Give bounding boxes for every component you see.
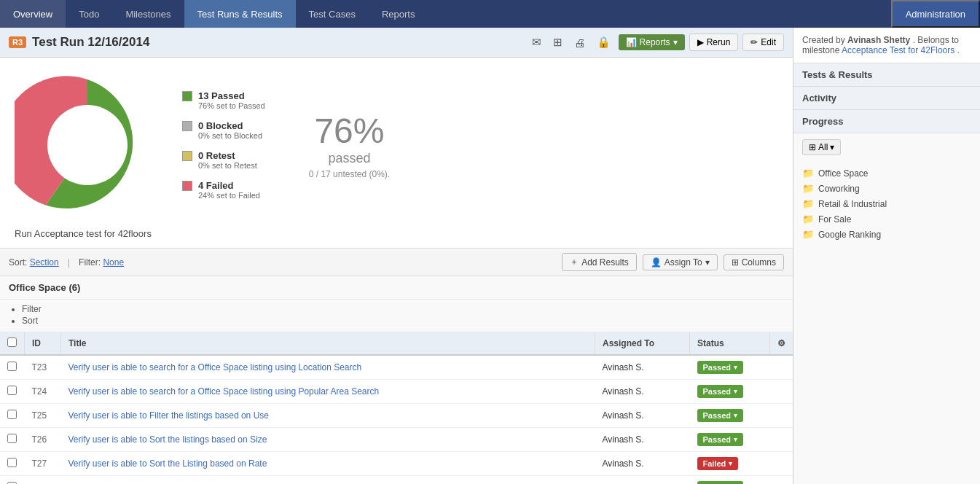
settings-header[interactable]: ⚙ [770, 332, 793, 355]
row-assigned: Avinash S. [595, 428, 690, 452]
row-id: T28 [25, 476, 61, 485]
row-checkbox[interactable] [7, 410, 17, 419]
main-layout: R3 Test Run 12/16/2014 ✉ ⊞ 🖨 🔒 📊 Reports… [0, 28, 980, 484]
filter-option[interactable]: Filter [22, 304, 784, 314]
status-button-failed[interactable]: Failed ▾ [697, 457, 739, 470]
status-button-passed[interactable]: Passed ▾ [697, 481, 744, 484]
status-button-passed[interactable]: Passed ▾ [697, 409, 744, 422]
row-actions [770, 355, 793, 380]
row-status: Passed ▾ [690, 476, 770, 485]
test-title-link[interactable]: Verify user is able to Sort the Listing … [68, 458, 267, 469]
row-checkbox[interactable] [7, 362, 17, 371]
row-checkbox[interactable] [7, 386, 17, 395]
status-button-passed[interactable]: Passed ▾ [697, 361, 744, 374]
passed-legend-text: 13 Passed 76% set to Passed [198, 90, 265, 110]
tab-overview[interactable]: Overview [0, 0, 66, 28]
share-icon-button[interactable]: ⊞ [549, 34, 566, 51]
sidebar-filter-bar: ⊞ All ▾ [793, 133, 980, 161]
row-status: Passed ▾ [690, 404, 770, 428]
tree-item-label: Coworking [818, 184, 860, 194]
sort-value-link[interactable]: Section [30, 257, 59, 268]
row-checkbox-cell[interactable] [0, 452, 25, 476]
folder-icon: 📁 [802, 198, 814, 209]
assign-dropdown-arrow: ▾ [705, 257, 710, 268]
row-status: Passed ▾ [690, 428, 770, 452]
print-icon-button[interactable]: 🖨 [571, 34, 589, 51]
tab-reports[interactable]: Reports [369, 0, 428, 28]
tab-test-cases[interactable]: Test Cases [296, 0, 369, 28]
test-title-link[interactable]: Verify user is able to search for a Offi… [68, 362, 362, 372]
reports-button[interactable]: 📊 Reports ▾ [619, 34, 685, 50]
tab-test-runs[interactable]: Test Runs & Results [184, 0, 296, 28]
sidebar-activity[interactable]: Activity [793, 87, 980, 110]
row-checkbox-cell[interactable] [0, 380, 25, 404]
section-header: Office Space (6) [0, 276, 793, 300]
sidebar-tree-item[interactable]: 📁Office Space [802, 165, 971, 181]
row-status: Failed ▾ [690, 452, 770, 476]
blocked-legend-text: 0 Blocked 0% set to Blocked [198, 120, 262, 140]
sidebar-tree-item[interactable]: 📁Coworking [802, 181, 971, 196]
select-all-header[interactable] [0, 332, 25, 355]
all-filter-arrow: ▾ [830, 142, 834, 152]
bar-chart-icon: 📊 [626, 37, 637, 47]
lock-icon-button[interactable]: 🔒 [593, 34, 614, 51]
percentage-display: 76% passed 0 / 17 untested (0%). [309, 111, 390, 179]
filter-icon: ⊞ [809, 142, 816, 152]
filter-label: Filter: None [79, 257, 124, 268]
row-actions [770, 452, 793, 476]
row-title: Verify user is able to search for a Offi… [61, 355, 595, 380]
assign-to-button[interactable]: 👤 Assign To ▾ [643, 254, 718, 270]
play-icon: ▶ [697, 37, 704, 47]
all-filter-button[interactable]: ⊞ All ▾ [802, 139, 841, 155]
row-actions [770, 404, 793, 428]
milestone-link[interactable]: Acceptance Test for 42Floors [842, 45, 954, 55]
person-icon: 👤 [651, 257, 662, 268]
test-title-link[interactable]: Verify user is able to Filter the listin… [68, 410, 269, 421]
id-header: ID [25, 332, 61, 355]
test-title-link[interactable]: Verify user is able to search for a Offi… [68, 386, 380, 397]
add-results-label: Add Results [581, 257, 629, 268]
row-checkbox[interactable] [7, 458, 17, 467]
administration-button[interactable]: Administration [891, 0, 980, 28]
legend-failed: 4 Failed 24% set to Failed [182, 180, 265, 200]
test-title-link[interactable]: Verify user is able to Sort the listings… [68, 434, 267, 445]
pipe-separator: | [68, 257, 70, 268]
sidebar-tests-results[interactable]: Tests & Results [793, 63, 980, 87]
edit-button[interactable]: ✏ Edit [742, 34, 784, 51]
sidebar-progress[interactable]: Progress [793, 110, 980, 133]
email-icon-button[interactable]: ✉ [528, 34, 545, 51]
row-checkbox-cell[interactable] [0, 428, 25, 452]
filter-value-link[interactable]: None [103, 257, 124, 268]
row-id: T25 [25, 404, 61, 428]
tab-milestones[interactable]: Milestones [112, 0, 184, 28]
sidebar-tree-item[interactable]: 📁Google Ranking [802, 227, 971, 242]
row-checkbox-cell[interactable] [0, 355, 25, 380]
add-results-button[interactable]: ＋ Add Results [562, 253, 637, 271]
tab-todo[interactable]: Todo [66, 0, 112, 28]
header-left: R3 Test Run 12/16/2014 [9, 35, 149, 50]
row-checkbox-cell[interactable] [0, 476, 25, 485]
row-id: T27 [25, 452, 61, 476]
columns-button[interactable]: ⊞ Columns [724, 254, 784, 270]
sidebar-tree-item[interactable]: 📁Retail & Industrial [802, 196, 971, 211]
table-row: T25 Verify user is able to Filter the li… [0, 404, 793, 428]
status-button-passed[interactable]: Passed ▾ [697, 385, 744, 398]
rerun-button[interactable]: ▶ Rerun [689, 34, 739, 51]
sidebar-tree-item[interactable]: 📁For Sale [802, 211, 971, 227]
row-checkbox-cell[interactable] [0, 404, 25, 428]
header-actions: ✉ ⊞ 🖨 🔒 📊 Reports ▾ ▶ Rerun ✏ Edit [528, 34, 784, 51]
columns-icon: ⊞ [732, 257, 739, 268]
section-count: (6) [68, 282, 80, 293]
table-row: T26 Verify user is able to Sort the list… [0, 428, 793, 452]
status-button-passed[interactable]: Passed ▾ [697, 433, 744, 446]
row-status: Passed ▾ [690, 380, 770, 404]
sort-option[interactable]: Sort [22, 316, 784, 326]
row-actions [770, 428, 793, 452]
sort-label: Sort: Section [9, 257, 59, 268]
row-checkbox[interactable] [7, 434, 17, 443]
row-title: Verify user is able to Filter the listin… [61, 404, 595, 428]
all-filter-label: All [818, 142, 828, 152]
author-name: Avinash Shetty [847, 35, 910, 45]
legend-retest: 0 Retest 0% set to Retest [182, 150, 265, 170]
select-all-checkbox[interactable] [7, 337, 17, 347]
